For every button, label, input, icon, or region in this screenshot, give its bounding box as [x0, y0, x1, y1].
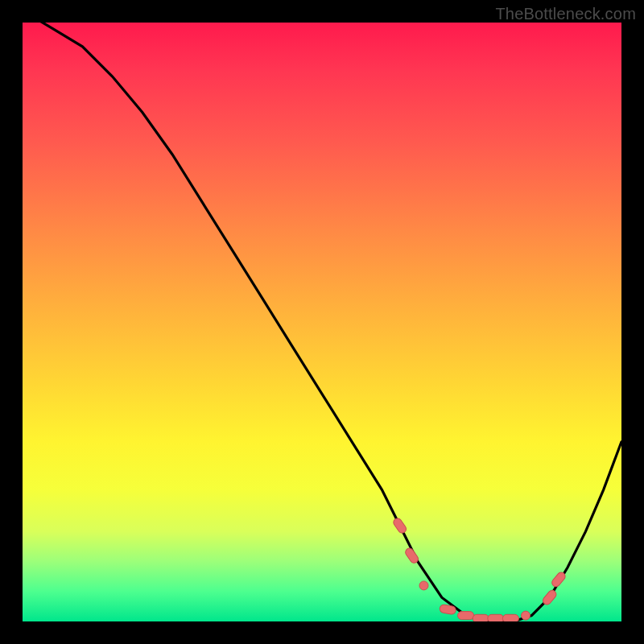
chart-svg — [23, 23, 621, 621]
marker-capsule — [502, 614, 518, 621]
marker-capsule — [392, 517, 408, 535]
marker-capsule — [488, 614, 504, 621]
marker-capsule — [458, 612, 474, 620]
outer-frame: TheBottleneck.com — [0, 0, 644, 644]
watermark-text: TheBottleneck.com — [495, 5, 636, 23]
marker-capsule — [473, 614, 489, 621]
marker-dot — [419, 581, 428, 590]
marker-capsule — [541, 588, 558, 606]
plot-area — [23, 23, 621, 621]
marker-capsule — [404, 547, 420, 564]
bottleneck-curve-path — [23, 23, 621, 621]
marker-dot — [522, 611, 530, 620]
marker-capsule — [551, 571, 568, 588]
